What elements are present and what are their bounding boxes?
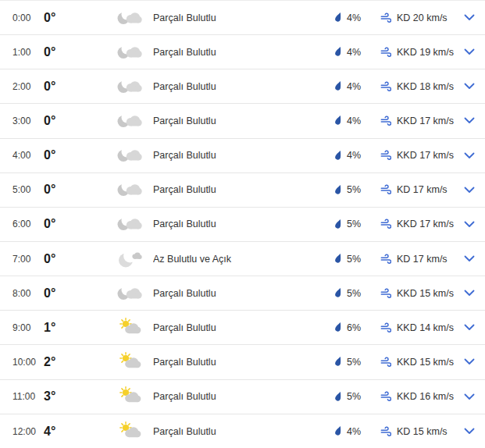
hourly-forecast-row[interactable]: 3:00 0° Parçalı Bulutlu xyxy=(0,104,485,138)
expand-row-button[interactable] xyxy=(462,187,485,194)
weather-condition-icon xyxy=(116,214,142,234)
partly-cloudy-day-icon xyxy=(116,421,142,442)
precipitation-droplet-icon xyxy=(334,184,343,196)
hour-label: 7:00 xyxy=(0,254,44,265)
precipitation-droplet-icon xyxy=(334,253,343,265)
precipitation-cell: 4% xyxy=(334,80,380,92)
condition-label: Parçalı Bulutlu xyxy=(153,81,334,92)
precipitation-value: 4% xyxy=(347,426,361,437)
temperature-value: 0° xyxy=(44,148,87,162)
chevron-down-icon xyxy=(464,48,475,55)
temperature-value: 0° xyxy=(44,11,87,25)
expand-row-button[interactable] xyxy=(462,48,485,55)
expand-row-button[interactable] xyxy=(462,83,485,90)
expand-row-button[interactable] xyxy=(462,14,485,21)
hourly-forecast-row[interactable]: 11:00 3° xyxy=(0,380,485,414)
condition-label: Parçalı Bulutlu xyxy=(153,47,334,58)
chevron-down-icon xyxy=(464,358,475,365)
weather-condition-icon xyxy=(116,42,142,62)
hourly-forecast-row[interactable]: 2:00 0° Parçalı Bulutlu xyxy=(0,69,485,104)
hour-label: 8:00 xyxy=(0,288,44,299)
temperature-value: 0° xyxy=(44,252,87,266)
wind-icon xyxy=(380,219,391,229)
partly-cloudy-day-icon xyxy=(116,386,142,407)
chevron-down-icon xyxy=(464,255,475,262)
wind-cell: KKD 15 km/s xyxy=(380,288,462,299)
condition-label: Parçalı Bulutlu xyxy=(153,391,334,402)
hour-label: 2:00 xyxy=(0,81,44,92)
wind-cell: KD 20 km/s xyxy=(380,12,462,23)
condition-label: Parçalı Bulutlu xyxy=(153,116,334,126)
weather-condition-icon xyxy=(116,8,142,28)
chevron-down-icon xyxy=(464,152,475,159)
hour-label: 11:00 xyxy=(0,391,44,402)
wind-value: KKD 18 km/s xyxy=(397,81,454,92)
precipitation-droplet-icon xyxy=(334,322,343,333)
condition-label: Parçalı Bulutlu xyxy=(153,12,334,23)
chevron-down-icon xyxy=(464,83,475,90)
hourly-forecast-row[interactable]: 4:00 0° Parçalı Bulutlu xyxy=(0,139,485,173)
wind-icon xyxy=(380,184,391,195)
hourly-forecast-row[interactable]: 0:00 0° Parçalı Bulutlu xyxy=(0,1,485,35)
expand-row-button[interactable] xyxy=(462,324,485,331)
hourly-forecast-row[interactable]: 10:00 2° xyxy=(0,345,485,379)
expand-row-button[interactable] xyxy=(462,358,485,365)
expand-row-button[interactable] xyxy=(462,290,485,297)
precipitation-cell: 6% xyxy=(334,322,380,333)
hourly-forecast-table: 0:00 0° Parçalı Bulutlu xyxy=(0,0,485,448)
precipitation-droplet-icon xyxy=(334,115,343,126)
hourly-forecast-row[interactable]: 9:00 1° xyxy=(0,311,485,345)
temperature-value: 0° xyxy=(44,80,87,94)
temperature-value: 0° xyxy=(44,286,87,300)
wind-cell: KD 15 km/s xyxy=(380,426,462,437)
partly-cloudy-night-icon xyxy=(116,145,142,165)
wind-value: KKD 17 km/s xyxy=(397,116,454,126)
precipitation-cell: 4% xyxy=(334,115,380,126)
wind-value: KD 15 km/s xyxy=(397,426,448,437)
precipitation-droplet-icon xyxy=(334,391,343,403)
wind-cell: KKD 18 km/s xyxy=(380,81,462,92)
hour-label: 0:00 xyxy=(0,12,44,23)
hourly-forecast-row[interactable]: 5:00 0° Parçalı Bulutlu xyxy=(0,173,485,208)
hour-label: 3:00 xyxy=(0,116,44,126)
hour-label: 12:00 xyxy=(0,426,44,437)
wind-value: KKD 19 km/s xyxy=(397,47,454,58)
precipitation-value: 4% xyxy=(347,150,361,161)
hourly-forecast-row[interactable]: 8:00 0° Parçalı Bulutlu xyxy=(0,276,485,311)
precipitation-droplet-icon xyxy=(334,356,343,368)
condition-label: Parçalı Bulutlu xyxy=(153,219,334,229)
expand-row-button[interactable] xyxy=(462,255,485,262)
precipitation-value: 5% xyxy=(347,288,361,299)
wind-cell: KD 17 km/s xyxy=(380,184,462,195)
expand-row-button[interactable] xyxy=(462,393,485,400)
precipitation-value: 4% xyxy=(347,116,361,126)
expand-row-button[interactable] xyxy=(462,428,485,435)
precipitation-value: 5% xyxy=(347,184,361,195)
wind-cell: KKD 16 km/s xyxy=(380,391,462,402)
condition-label: Parçalı Bulutlu xyxy=(153,288,334,299)
partly-cloudy-night-icon xyxy=(116,76,142,97)
precipitation-droplet-icon xyxy=(334,12,343,23)
expand-row-button[interactable] xyxy=(462,152,485,159)
condition-label: Parçalı Bulutlu xyxy=(153,357,334,368)
hourly-forecast-row[interactable]: 12:00 4° xyxy=(0,414,485,448)
wind-cell: KKD 19 km/s xyxy=(380,47,462,58)
temperature-value: 4° xyxy=(44,425,87,439)
wind-value: KKD 17 km/s xyxy=(397,219,454,229)
expand-row-button[interactable] xyxy=(462,117,485,124)
precipitation-cell: 4% xyxy=(334,46,380,58)
wind-value: KKD 15 km/s xyxy=(397,357,454,368)
hourly-forecast-row[interactable]: 6:00 0° Parçalı Bulutlu xyxy=(0,208,485,242)
hourly-forecast-row[interactable]: 1:00 0° Parçalı Bulutlu xyxy=(0,35,485,69)
precipitation-cell: 5% xyxy=(334,356,380,368)
temperature-value: 1° xyxy=(44,321,87,335)
wind-icon xyxy=(380,116,391,126)
chevron-down-icon xyxy=(464,290,475,297)
expand-row-button[interactable] xyxy=(462,221,485,228)
precipitation-value: 6% xyxy=(347,322,361,333)
wind-value: KKD 16 km/s xyxy=(397,391,454,402)
weather-condition-icon xyxy=(116,76,142,97)
partly-cloudy-day-icon xyxy=(116,318,142,338)
weather-condition-icon xyxy=(116,386,142,407)
hourly-forecast-row[interactable]: 7:00 0° Az Bulutlu ve Açık xyxy=(0,242,485,276)
